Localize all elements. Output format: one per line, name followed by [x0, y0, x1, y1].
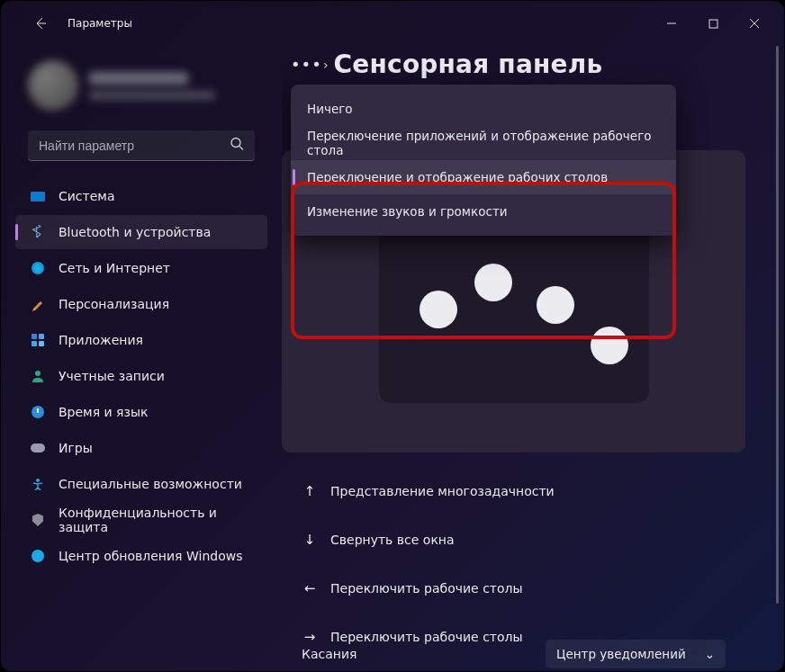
svg-point-3 — [36, 479, 40, 482]
select-value: Центр уведомлений — [556, 647, 686, 661]
system-icon — [30, 188, 46, 204]
nav-label: Сеть и Интернет — [59, 261, 170, 275]
main-content: ••• › Сенсорная панель Ничего Переключен… — [282, 46, 784, 671]
profile-email — [89, 91, 215, 100]
nav-gaming[interactable]: Игры — [15, 431, 267, 465]
maximize-button[interactable] — [692, 8, 734, 39]
sidebar: Система Bluetooth и устройства Сеть и Ин… — [1, 46, 282, 671]
minimize-button[interactable] — [651, 8, 692, 39]
nav-bluetooth-devices[interactable]: Bluetooth и устройства — [15, 215, 267, 249]
arrow-down-icon: ↓ — [302, 532, 318, 548]
nav-label: Игры — [59, 441, 93, 455]
arrow-left-icon: ← — [302, 580, 318, 596]
profile-section[interactable] — [10, 51, 273, 123]
network-icon — [30, 260, 46, 276]
nav-privacy[interactable]: Конфиденциальность и защита — [15, 503, 267, 537]
nav-system[interactable]: Система — [15, 179, 267, 213]
breadcrumb-ellipsis[interactable]: ••• — [291, 55, 318, 74]
nav-label: Система — [59, 189, 114, 203]
nav-accounts[interactable]: Учетные записи — [15, 359, 267, 393]
arrow-left-icon — [33, 16, 48, 31]
search-input[interactable] — [28, 130, 255, 161]
titlebar: Параметры — [1, 1, 784, 46]
dropdown-option-nothing[interactable]: Ничего — [291, 92, 676, 126]
accounts-icon — [30, 368, 46, 384]
settings-window: Параметры Система B — [0, 0, 785, 672]
bluetooth-icon — [30, 224, 46, 240]
gesture-label: Переключить рабочие столы — [330, 581, 523, 596]
dropdown-option-switch-desktops[interactable]: Переключение и отображение рабочих столо… — [291, 160, 676, 194]
profile-name — [89, 72, 188, 85]
gesture-row-down[interactable]: ↓Свернуть все окна — [282, 515, 745, 564]
chevron-down-icon: ⌄ — [705, 647, 715, 661]
nav-network[interactable]: Сеть и Интернет — [15, 251, 267, 285]
arrow-up-icon: ↑ — [302, 483, 318, 499]
gesture-label: Свернуть все окна — [330, 533, 455, 547]
dropdown-option-label: Ничего — [307, 102, 353, 116]
nav-label: Bluetooth и устройства — [59, 225, 211, 239]
gesture-row-left[interactable]: ←Переключить рабочие столы — [282, 564, 745, 613]
nav-label: Учетные записи — [59, 369, 165, 383]
privacy-icon — [30, 512, 46, 528]
gesture-label: Представление многозадачности — [330, 484, 555, 498]
nav: Система Bluetooth и устройства Сеть и Ин… — [10, 179, 273, 573]
time-icon — [30, 404, 46, 420]
close-icon — [749, 18, 760, 29]
window-controls — [651, 8, 775, 39]
chevron-right-icon: › — [323, 58, 329, 72]
nav-label: Специальные возможности — [59, 477, 242, 491]
taps-row: Касания Центр уведомлений ⌄ — [282, 637, 745, 671]
nav-windows-update[interactable]: Центр обновления Windows — [15, 539, 267, 573]
update-icon — [30, 548, 46, 564]
personalization-icon — [30, 296, 46, 312]
finger-dot-icon — [591, 327, 628, 364]
finger-dot-icon — [537, 286, 574, 324]
nav-apps[interactable]: Приложения — [15, 323, 267, 357]
accessibility-icon — [30, 476, 46, 492]
svg-rect-0 — [709, 20, 717, 28]
finger-dot-icon — [420, 291, 457, 328]
finger-dot-icon — [474, 264, 512, 301]
svg-point-2 — [35, 371, 41, 376]
maximize-icon — [708, 19, 718, 29]
nav-label: Приложения — [59, 333, 143, 347]
gesture-list: ↑Представление многозадачности ↓Свернуть… — [282, 467, 745, 661]
gesture-dropdown: Ничего Переключение приложений и отображ… — [291, 85, 676, 236]
nav-label: Персонализация — [59, 297, 169, 311]
taps-select[interactable]: Центр уведомлений ⌄ — [546, 640, 726, 668]
header-row: ••• › Сенсорная панель — [291, 49, 773, 79]
avatar — [28, 60, 78, 111]
close-button[interactable] — [734, 8, 775, 39]
nav-personalization[interactable]: Персонализация — [15, 287, 267, 321]
minimize-icon — [666, 18, 677, 29]
scrollbar[interactable] — [776, 46, 779, 604]
search-wrap — [28, 130, 255, 161]
gesture-row-up[interactable]: ↑Представление многозадачности — [282, 467, 745, 515]
nav-label: Время и язык — [59, 405, 148, 419]
nav-accessibility[interactable]: Специальные возможности — [15, 467, 267, 501]
dropdown-option-label: Переключение приложений и отображение ра… — [307, 129, 660, 157]
dropdown-option-switch-apps-desktop[interactable]: Переключение приложений и отображение ра… — [291, 126, 676, 160]
dropdown-option-label: Изменение звуков и громкости — [307, 204, 508, 219]
page-title: Сенсорная панель — [334, 49, 603, 79]
nav-label: Центр обновления Windows — [59, 549, 242, 563]
taps-label: Касания — [302, 647, 356, 661]
apps-icon — [30, 332, 46, 348]
back-button[interactable] — [26, 9, 55, 38]
nav-label: Конфиденциальность и защита — [59, 506, 253, 534]
dropdown-option-label: Переключение и отображение рабочих столо… — [307, 170, 608, 184]
nav-time-language[interactable]: Время и язык — [15, 395, 267, 429]
gaming-icon — [30, 440, 46, 456]
window-title: Параметры — [68, 17, 132, 30]
dropdown-option-volume[interactable]: Изменение звуков и громкости — [291, 194, 676, 228]
